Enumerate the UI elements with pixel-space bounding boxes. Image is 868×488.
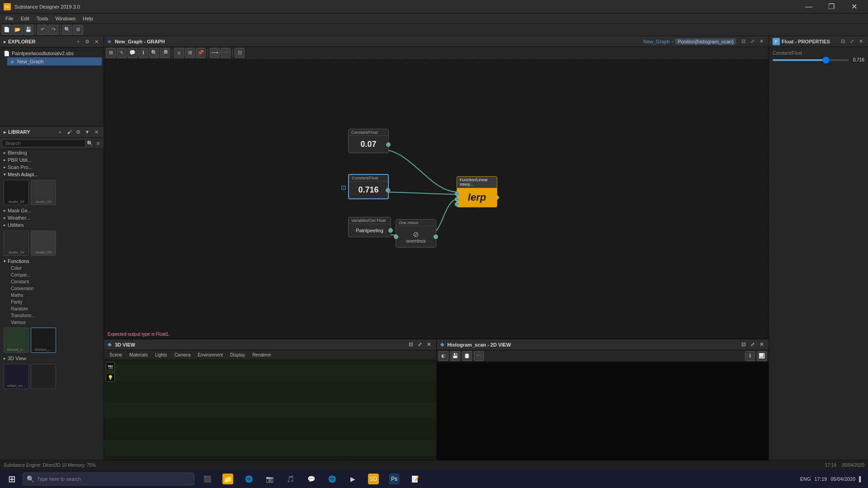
- view-3d-close-icon[interactable]: ✕: [425, 341, 433, 348]
- menu-file[interactable]: File: [2, 15, 17, 22]
- taskbar-app-explorer[interactable]: 📁: [218, 470, 238, 488]
- taskbar-app-5[interactable]: ▶: [343, 470, 363, 488]
- graph-expand-icon[interactable]: ⤢: [749, 38, 756, 45]
- view-3d-menu-display[interactable]: Display: [226, 352, 249, 358]
- library-subcat-conversion[interactable]: Conversion: [0, 285, 104, 292]
- view-2d-tb-histogram[interactable]: 📊: [757, 351, 767, 361]
- taskbar-start-button[interactable]: ⊞: [2, 470, 22, 488]
- breadcrumb-item-2[interactable]: Position[histogram_scan]: [675, 38, 736, 45]
- library-subcat-color[interactable]: Color: [0, 265, 104, 272]
- graph-tb-zoom-in[interactable]: 🔍: [149, 48, 159, 58]
- view-2d-close-icon[interactable]: ✕: [758, 341, 765, 348]
- properties-close-icon[interactable]: ✕: [857, 38, 864, 45]
- view-3d-camera-btn[interactable]: 📷: [106, 362, 115, 371]
- minimize-button[interactable]: —: [798, 0, 819, 14]
- taskbar-search-box[interactable]: 🔍 Type here to search: [23, 473, 194, 485]
- maximize-button[interactable]: ❐: [821, 0, 842, 14]
- library-search-input[interactable]: [2, 139, 85, 147]
- node-constant2[interactable]: ⊡ Constant/Float 0.716: [348, 174, 389, 199]
- lib-thumb-studio02[interactable]: studio_02: [4, 180, 29, 205]
- graph-tb-grid[interactable]: ⊞: [185, 48, 195, 58]
- library-subcat-maths[interactable]: Maths: [0, 292, 104, 299]
- node-lerp[interactable]: Function/Linear Interp... lerp: [457, 176, 497, 207]
- explorer-filter-icon[interactable]: ⚙: [84, 38, 91, 45]
- properties-slider[interactable]: [773, 59, 849, 61]
- toolbar-open[interactable]: 📂: [13, 25, 23, 35]
- taskbar-app-4[interactable]: 🌐: [322, 470, 342, 488]
- graph-tb-align[interactable]: ≡: [174, 48, 184, 58]
- view-2d-expand-icon[interactable]: ⤢: [749, 341, 756, 348]
- node-oneminus-in-port[interactable]: [394, 235, 398, 239]
- graph-tb-select[interactable]: ↖: [117, 48, 127, 58]
- taskbar-app-3[interactable]: 💬: [301, 470, 321, 488]
- graph-tb-connect[interactable]: ⟶: [210, 48, 220, 58]
- explorer-file-item[interactable]: 📄 Paintpeelwoodtutorialv2.sbs: [2, 49, 102, 57]
- library-category-mask[interactable]: ▸ Mask Ge...: [0, 207, 104, 214]
- graph-tb-info[interactable]: ℹ: [138, 48, 148, 58]
- view-3d-menu-camera[interactable]: Camera: [171, 352, 194, 358]
- library-category-scan[interactable]: ▸ Scan Pro...: [0, 164, 104, 171]
- taskbar-app-2[interactable]: 🎵: [280, 470, 300, 488]
- library-collapse-icon[interactable]: ▸: [4, 129, 6, 135]
- graph-tb-pin[interactable]: 📌: [196, 48, 206, 58]
- library-search-icon[interactable]: 🔍: [86, 140, 94, 147]
- view-3d-light-btn[interactable]: 💡: [106, 373, 115, 382]
- view-2d-tb-more[interactable]: ⋯: [474, 351, 484, 361]
- library-subcat-parity[interactable]: Parity: [0, 299, 104, 305]
- library-category-functions[interactable]: ▾ Functions: [0, 258, 104, 265]
- taskbar-task-view[interactable]: ⬛: [197, 470, 217, 488]
- graph-close-icon[interactable]: ✕: [758, 38, 765, 45]
- library-category-3dview[interactable]: ▸ 3D View: [0, 355, 104, 362]
- properties-expand-icon[interactable]: ⤢: [848, 38, 855, 45]
- menu-windows[interactable]: Windows: [52, 15, 79, 22]
- lib-thumb-urban[interactable]: urban_ex...: [4, 364, 29, 389]
- view-2d-tb-channels[interactable]: ◐: [439, 351, 448, 361]
- node-lerp-out-port[interactable]: [495, 195, 499, 200]
- graph-tb-extra[interactable]: ⊡: [235, 48, 245, 58]
- breadcrumb-item-1[interactable]: New_Graph: [643, 39, 670, 44]
- menu-help[interactable]: Help: [79, 15, 97, 22]
- explorer-add-icon[interactable]: +: [75, 38, 82, 45]
- taskbar-app-word[interactable]: 📝: [405, 470, 425, 488]
- view-3d-float-icon[interactable]: ⊡: [407, 341, 415, 348]
- explorer-collapse-icon[interactable]: ▸: [4, 39, 6, 45]
- explorer-close-icon[interactable]: ✕: [93, 38, 100, 45]
- taskbar-app-photoshop[interactable]: Ps: [384, 470, 404, 488]
- node-variable-out-port[interactable]: [388, 228, 393, 233]
- node-lerp-in-port-1[interactable]: [455, 192, 459, 196]
- library-subcat-transform[interactable]: Transform...: [0, 312, 104, 319]
- explorer-graph-item[interactable]: ◈ New_Graph: [7, 57, 102, 66]
- taskbar-app-1[interactable]: 📷: [259, 470, 279, 488]
- graph-canvas[interactable]: Constant/Float 0.07 ⊡ Constant/Float 0.7…: [104, 59, 769, 338]
- view-3d-menu-environment[interactable]: Environment: [194, 352, 226, 358]
- node-constant1-out-port[interactable]: [386, 142, 391, 147]
- library-category-utilities[interactable]: ▸ Utilities: [0, 221, 104, 229]
- library-category-weather[interactable]: ▸ Weather...: [0, 214, 104, 221]
- node-lerp-in-port-2[interactable]: [455, 197, 459, 202]
- lib-thumb-terrace[interactable]: terrace_n...: [4, 328, 29, 353]
- toolbar-redo[interactable]: ↷: [48, 25, 58, 35]
- properties-float-icon[interactable]: ⊡: [839, 38, 846, 45]
- library-subcat-constant[interactable]: Constant: [0, 278, 104, 285]
- lib-thumb-studio05[interactable]: studio_05: [31, 230, 56, 256]
- library-brush-icon[interactable]: 🖌: [66, 128, 73, 136]
- view-3d-menu-lights[interactable]: Lights: [151, 352, 171, 358]
- view-2d-tb-copy[interactable]: 📋: [462, 351, 472, 361]
- library-add-icon[interactable]: +: [57, 128, 64, 136]
- view-2d-tb-info[interactable]: ℹ: [745, 351, 755, 361]
- graph-float-icon[interactable]: ⊡: [740, 38, 747, 45]
- toolbar-explorer[interactable]: 🔍: [62, 25, 72, 35]
- graph-tb-comment[interactable]: 💬: [127, 48, 137, 58]
- view-2d-tb-save[interactable]: 💾: [450, 351, 460, 361]
- taskbar-app-edge[interactable]: 🌐: [239, 470, 259, 488]
- graph-tb-zoom-out[interactable]: 🔎: [160, 48, 170, 58]
- node-lerp-in-port-3[interactable]: [455, 202, 459, 206]
- library-subcat-compare[interactable]: Compar...: [0, 272, 104, 278]
- library-filter-toggle[interactable]: ≡: [94, 140, 102, 147]
- lib-thumb-tomoco[interactable]: tomoco_...: [31, 328, 56, 353]
- library-category-blending[interactable]: ▸ Blending: [0, 149, 104, 156]
- node-variable[interactable]: Variables/Get Float Paintpeeling: [348, 217, 391, 237]
- view-3d-expand-icon[interactable]: ⤢: [416, 341, 424, 348]
- library-subcat-random[interactable]: Random: [0, 305, 104, 312]
- toolbar-save[interactable]: 💾: [24, 25, 33, 35]
